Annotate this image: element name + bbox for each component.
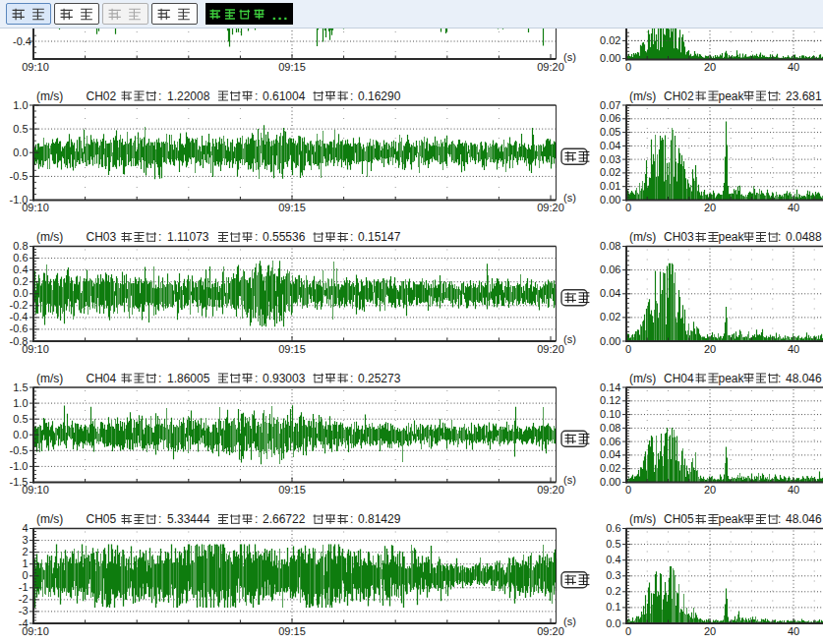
svg-text:09:15: 09:15 (278, 61, 306, 73)
svg-text:0.05: 0.05 (600, 126, 620, 138)
svg-text:09:10: 09:10 (22, 484, 49, 496)
svg-text:0: 0 (625, 484, 631, 496)
svg-text:0.02: 0.02 (600, 311, 620, 322)
svg-text:-0.4: -0.4 (13, 35, 31, 47)
svg-text::: : (350, 372, 353, 385)
svg-text:0: 0 (625, 625, 631, 637)
svg-text:09:20: 09:20 (537, 484, 564, 496)
svg-text:CH05: CH05 (664, 512, 694, 526)
svg-text:3: 3 (22, 534, 28, 546)
svg-text:0.06: 0.06 (600, 436, 620, 447)
svg-text:0.06: 0.06 (600, 112, 620, 124)
svg-text:-3: -3 (19, 605, 29, 616)
svg-text:2: 2 (22, 546, 28, 557)
svg-text:09:10: 09:10 (22, 61, 49, 73)
svg-text:4: 4 (22, 522, 28, 534)
svg-text:0.00: 0.00 (600, 194, 620, 205)
svg-text::: : (255, 372, 258, 385)
svg-text:0.14: 0.14 (600, 381, 620, 393)
svg-text:09:15: 09:15 (278, 202, 306, 213)
svg-text:0.0488: 0.0488 (786, 230, 822, 244)
svg-text:0: 0 (625, 61, 631, 73)
svg-text:0.02: 0.02 (600, 34, 620, 46)
svg-text:0.0: 0.0 (606, 617, 620, 629)
svg-text:20: 20 (704, 202, 716, 213)
svg-text:0.5: 0.5 (606, 538, 620, 550)
svg-text:20: 20 (704, 625, 716, 637)
svg-text:0.0: 0.0 (13, 146, 28, 158)
svg-text:09:20: 09:20 (537, 61, 564, 73)
svg-text:09:15: 09:15 (278, 343, 306, 355)
svg-text::: : (158, 230, 161, 244)
svg-text:40: 40 (788, 484, 799, 496)
svg-text:20: 20 (704, 484, 716, 496)
svg-text:peak: peak (719, 372, 745, 385)
svg-text:peak: peak (719, 512, 745, 526)
svg-text:0.08: 0.08 (600, 422, 620, 434)
svg-text:CH03: CH03 (664, 230, 694, 244)
svg-text:peak: peak (719, 230, 745, 244)
svg-text:0: 0 (625, 343, 631, 355)
svg-text:(s): (s) (563, 51, 576, 63)
svg-text:0.55536: 0.55536 (263, 230, 306, 244)
svg-text::: : (778, 89, 781, 103)
svg-text:0.06: 0.06 (600, 263, 620, 275)
svg-text:40: 40 (788, 343, 799, 355)
svg-text:23.681: 23.681 (786, 89, 822, 103)
svg-text:(m/s): (m/s) (36, 89, 63, 103)
svg-text:-2: -2 (19, 593, 29, 605)
svg-text:0.04: 0.04 (600, 287, 620, 299)
svg-text:1: 1 (22, 557, 28, 569)
svg-text:09:10: 09:10 (22, 343, 49, 355)
svg-text:CH04: CH04 (87, 372, 117, 385)
svg-text:2.66722: 2.66722 (263, 512, 306, 526)
svg-text:0.93003: 0.93003 (263, 372, 306, 385)
svg-text:1.5: 1.5 (13, 381, 28, 393)
svg-text:09:15: 09:15 (278, 625, 306, 637)
svg-text:0.10: 0.10 (600, 408, 620, 420)
svg-text:0.00: 0.00 (600, 476, 620, 488)
svg-text:(m/s): (m/s) (629, 230, 656, 244)
svg-text:0.4: 0.4 (13, 263, 28, 275)
svg-text:CH04: CH04 (664, 372, 694, 385)
svg-text:0.01: 0.01 (600, 180, 620, 192)
svg-text:(m/s): (m/s) (629, 89, 656, 103)
svg-text:0.12: 0.12 (600, 394, 620, 406)
svg-text:0.07: 0.07 (600, 99, 620, 111)
svg-text:48.046: 48.046 (786, 512, 822, 526)
svg-text:CH05: CH05 (87, 512, 117, 526)
svg-text:40: 40 (788, 202, 799, 213)
svg-text:0.6: 0.6 (13, 252, 28, 263)
svg-text::: : (158, 512, 161, 526)
svg-text:1.0: 1.0 (13, 99, 28, 111)
svg-text:5.33444: 5.33444 (167, 512, 210, 526)
svg-text:-0.5: -0.5 (10, 170, 29, 182)
svg-text:0.8: 0.8 (13, 240, 28, 252)
svg-text:(s): (s) (563, 192, 576, 204)
svg-text:(m/s): (m/s) (629, 512, 656, 526)
svg-text:0.03: 0.03 (600, 153, 620, 165)
svg-text:0: 0 (22, 569, 28, 581)
svg-text::: : (255, 89, 258, 103)
svg-text::: : (158, 89, 161, 103)
svg-text:20: 20 (704, 61, 716, 73)
svg-text:0.02: 0.02 (600, 462, 620, 474)
svg-text:0.0: 0.0 (13, 429, 28, 440)
svg-text:1.22008: 1.22008 (167, 89, 210, 103)
svg-text:0.2: 0.2 (13, 275, 28, 287)
svg-text:0.3: 0.3 (606, 569, 620, 581)
svg-text:-0.4: -0.4 (10, 311, 29, 322)
svg-text:0.4: 0.4 (606, 554, 620, 565)
svg-text::: : (350, 230, 353, 244)
svg-text:(m/s): (m/s) (36, 230, 63, 244)
svg-text:09:10: 09:10 (22, 202, 49, 213)
svg-text:0.00: 0.00 (600, 52, 620, 64)
svg-text:0.00: 0.00 (600, 335, 620, 347)
svg-text::: : (778, 372, 781, 385)
svg-text:CH02: CH02 (664, 89, 694, 103)
svg-text:0.02: 0.02 (600, 166, 620, 178)
svg-text:40: 40 (788, 625, 799, 637)
svg-text:CH03: CH03 (87, 230, 117, 244)
svg-text:09:15: 09:15 (278, 484, 306, 496)
svg-text:0.16290: 0.16290 (358, 89, 401, 103)
